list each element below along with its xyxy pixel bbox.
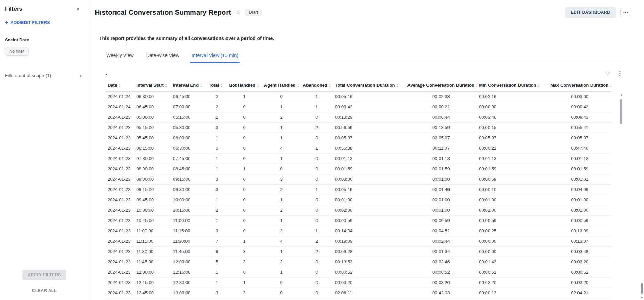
column-header[interactable]: Abandoned▴▾	[301, 80, 333, 92]
report-content: This report provides the summary of all …	[89, 25, 644, 300]
kebab-menu-icon[interactable]: ⋮	[617, 71, 623, 76]
column-header-label: Interval End	[173, 83, 199, 88]
table-row[interactable]: 2024-01-2311:30:0011:45:00631200:09:2800…	[105, 247, 611, 257]
star-icon[interactable]: ☆	[235, 9, 241, 16]
table-cell: 00:02:16	[477, 92, 548, 102]
table-row[interactable]: 2024-01-2312:15:0012:30:00110000:03:2000…	[105, 278, 611, 288]
table-cell: 00:13:53	[333, 257, 405, 267]
table-row[interactable]: 2024-01-2311:00:0011:15:00302100:14:3400…	[105, 226, 611, 236]
table-cell: 0	[301, 257, 333, 267]
table-cell: 00:05:07	[405, 133, 477, 143]
table-cell: 0	[301, 288, 333, 298]
table-row[interactable]: 2024-01-2406:30:0006:45:00210100:05:1600…	[105, 92, 611, 102]
table-cell: 00:03:00	[333, 174, 405, 185]
table-cell: 12:45:00	[134, 288, 171, 298]
table-row[interactable]: 2024-01-2305:45:0006:00:00101000:05:0700…	[105, 133, 611, 143]
table-cell: 2024-01-24	[105, 92, 134, 102]
edit-dashboard-button[interactable]: EDIT DASHBOARD	[565, 7, 616, 18]
column-header[interactable]: Date▴▾	[105, 80, 134, 92]
column-header[interactable]: Total▴▾	[207, 80, 227, 92]
sidebar-header: Filters ⇤	[5, 6, 82, 12]
table-cell: 1	[301, 143, 333, 154]
table-row[interactable]: 2024-01-2307:30:0007:45:00101000:01:1300…	[105, 154, 611, 164]
add-edit-filters-button[interactable]: + ADD/EDIT FILTERS	[5, 20, 82, 25]
tab-interval-view-15-min[interactable]: Interval View (15 min)	[192, 53, 238, 63]
table-cell: 0	[227, 102, 262, 112]
table-cell: 08:45:00	[171, 164, 207, 174]
apply-filters-button[interactable]: APPLY FILTERS	[22, 270, 66, 280]
table-row[interactable]: 2024-01-2312:00:0012:15:00101000:00:5200…	[105, 267, 611, 278]
column-header[interactable]: Interval Start▴▾	[134, 80, 171, 92]
tab-date-wise-view[interactable]: Date-wise View	[146, 53, 179, 63]
table-row[interactable]: 2024-01-2309:15:0009:30:00302100:05:1900…	[105, 185, 611, 195]
scrollbar-down-icon[interactable]: ▾	[640, 296, 644, 299]
table-cell: 2	[262, 205, 301, 216]
table-cell: 07:30:00	[134, 154, 171, 164]
table-cell: 00:01:13	[333, 154, 405, 164]
sort-icon: ▴▾	[119, 84, 120, 88]
table-cell: 3	[227, 257, 262, 267]
column-header[interactable]: Total Conversation Duration▴▾	[333, 80, 405, 92]
table-row[interactable]: 2024-01-2311:45:0012:00:00532000:13:5300…	[105, 257, 611, 267]
table-cell: 00:18:59	[405, 123, 477, 133]
table-cell: 0	[301, 133, 333, 143]
table-row[interactable]: 2024-01-2312:45:0013:00:00330002:06:1100…	[105, 288, 611, 298]
draft-badge: Draft	[245, 9, 262, 16]
table-cell: 2024-01-23	[105, 143, 134, 154]
table-cell: 00:14:34	[333, 226, 405, 236]
table-cell: 0	[227, 226, 262, 236]
table-cell: 1	[262, 216, 301, 226]
column-header[interactable]: Max Conversation Duration▴▾	[548, 80, 611, 92]
table-cell: 06:45:00	[171, 92, 207, 102]
table-cell: 00:19:09	[333, 236, 405, 247]
column-header[interactable]: Average Conversation Duration▴▾	[405, 80, 477, 92]
table-cell: 00:01:00	[477, 195, 548, 205]
table-cell: 0	[262, 164, 301, 174]
table-cell: 0	[227, 143, 262, 154]
more-menu-button[interactable]: ⋯	[620, 8, 631, 17]
table-row[interactable]: 2024-01-2309:45:0010:00:00101000:01:0000…	[105, 195, 611, 205]
sort-icon: ▴▾	[329, 84, 331, 88]
column-header[interactable]: Min Conversation Duration▴▾	[477, 80, 548, 92]
table-row[interactable]: 2024-01-2406:45:0007:00:00201100:00:4200…	[105, 102, 611, 112]
table-cell: 00:00:00	[477, 102, 548, 112]
column-header-label: Agent Handled	[264, 83, 296, 88]
table-cell: 11:00:00	[134, 226, 171, 236]
column-header[interactable]: Bot Handled▴▾	[227, 80, 262, 92]
table-cell: 00:55:41	[548, 123, 611, 133]
tab-weekly-view[interactable]: Weekly View	[106, 53, 134, 63]
clear-all-button[interactable]: CLEAR ALL	[0, 288, 89, 293]
page-scrollbar[interactable]: ▾	[640, 0, 644, 300]
table-scrollbar-thumb[interactable]	[620, 99, 622, 124]
report-header: Historical Conversation Summary Report ☆…	[89, 0, 644, 25]
table-row[interactable]: 2024-01-2313:30:0013:45:00220000:00:0000…	[105, 298, 611, 300]
table-cell: 2024-01-23	[105, 164, 134, 174]
collapse-sidebar-icon[interactable]: ⇤	[77, 6, 82, 12]
no-filter-chip[interactable]: No filter	[5, 47, 29, 56]
table-row[interactable]: 2024-01-2310:00:0010:15:00202000:02:0000…	[105, 205, 611, 216]
filters-out-of-scope-row[interactable]: Filters out of scope (1) ›	[5, 72, 82, 79]
table-cell: 00:03:20	[548, 278, 611, 288]
filter-icon[interactable]	[605, 71, 611, 76]
column-header[interactable]: Agent Handled▴▾	[262, 80, 301, 92]
table-cell: 05:45:00	[134, 133, 171, 143]
filters-title: Filters	[5, 6, 22, 12]
scrollbar-up-icon[interactable]: ▴	[619, 93, 623, 96]
table-scrollbar[interactable]: ▴	[619, 93, 623, 300]
table-row[interactable]: 2024-01-2310:45:0011:00:00101000:00:5900…	[105, 216, 611, 226]
table-cell: 1	[262, 123, 301, 133]
table-row[interactable]: 2024-01-2306:15:0006:30:00504100:55:3800…	[105, 143, 611, 154]
table-cell: 6	[207, 247, 227, 257]
table-row[interactable]: 2024-01-2311:15:0011:30:00714200:19:0900…	[105, 236, 611, 247]
page-scrollbar-thumb[interactable]	[641, 283, 643, 294]
column-header[interactable]: Interval End▴▾	[171, 80, 207, 92]
table-row[interactable]: 2024-01-2309:00:0009:15:00303000:03:0000…	[105, 174, 611, 185]
table-cell: 4	[262, 143, 301, 154]
table-cell: 11:45:00	[171, 247, 207, 257]
table-row[interactable]: 2024-01-2305:15:0005:30:00301200:56:5900…	[105, 123, 611, 133]
table-cell: 05:30:00	[171, 123, 207, 133]
table-cell: 1	[207, 154, 227, 164]
table-row[interactable]: 2024-01-2305:00:0005:15:00202000:13:2900…	[105, 112, 611, 123]
table-row[interactable]: 2024-01-2308:30:0008:45:00110000:01:5900…	[105, 164, 611, 174]
table-cell: 00:55:38	[333, 143, 405, 154]
